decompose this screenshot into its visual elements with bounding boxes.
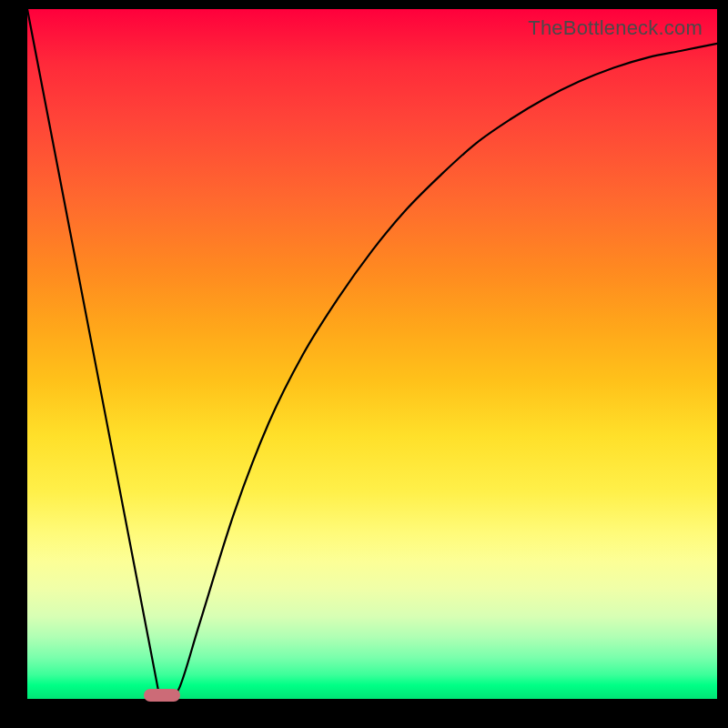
- optimal-point-marker: [144, 689, 180, 702]
- chart-frame: TheBottleneck.com: [0, 0, 728, 728]
- bottleneck-curve: [27, 9, 717, 699]
- plot-area: TheBottleneck.com: [27, 9, 717, 699]
